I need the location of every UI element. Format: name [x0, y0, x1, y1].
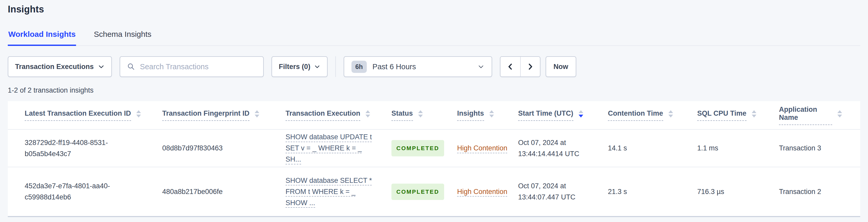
sort-icon: [255, 110, 259, 118]
chevron-down-icon: [98, 63, 104, 70]
toolbar-divider: [335, 56, 336, 77]
sort-icon-active-desc: [579, 110, 583, 118]
sort-icon: [136, 110, 141, 118]
column-header-latest-transaction-execution-id[interactable]: Latest Transaction Execution ID: [25, 109, 162, 121]
search-icon: [127, 63, 135, 71]
insights-table: Latest Transaction Execution ID Transact…: [8, 101, 860, 217]
column-header-start-time[interactable]: Start Time (UTC): [518, 109, 608, 121]
tab-workload-insights[interactable]: Workload Insights: [8, 30, 76, 46]
sort-icon: [366, 110, 370, 118]
cell-sql-cpu-time: 716.3 µs: [697, 186, 779, 197]
cell-application-name: Transaction 2: [779, 186, 850, 197]
cell-execution-id: 452da3e7-e7fa-4801-aa40-c59988d14eb6: [25, 181, 162, 203]
insight-type-link[interactable]: High Contention: [457, 186, 507, 197]
chevron-right-icon: [526, 63, 534, 70]
column-header-transaction-execution[interactable]: Transaction Execution: [285, 109, 392, 121]
cell-contention-time: 14.1 s: [608, 142, 697, 154]
column-header-sql-cpu-time[interactable]: SQL CPU Time: [697, 109, 779, 121]
search-input[interactable]: [140, 63, 256, 71]
page-title: Insights: [8, 4, 860, 15]
column-header-contention-time[interactable]: Contention Time: [608, 109, 697, 121]
transaction-execution-link[interactable]: SHOW database SELECT * FROM t WHERE k = …: [285, 175, 376, 209]
filters-button[interactable]: Filters (0): [272, 56, 328, 77]
sort-icon: [489, 110, 494, 118]
next-time-window-button[interactable]: [520, 57, 540, 76]
cell-execution-id: 328729d2-ff19-4408-8531-b05a5b4e43c7: [25, 137, 162, 159]
sort-icon: [669, 110, 673, 118]
chevron-down-icon: [314, 64, 320, 70]
insight-type-dropdown-label: Transaction Executions: [15, 63, 94, 71]
cell-fingerprint-id: 08d8b7d97f830463: [162, 142, 285, 154]
tab-bar: Workload Insights Schema Insights: [8, 30, 860, 46]
cell-contention-time: 21.3 s: [608, 186, 697, 197]
filters-button-label: Filters (0): [279, 63, 310, 71]
cell-start-time: Oct 07, 2024 at 13:44:07.447 UTC: [518, 181, 608, 203]
time-range-label: Past 6 Hours: [372, 63, 472, 71]
column-header-transaction-fingerprint-id[interactable]: Transaction Fingerprint ID: [162, 109, 285, 121]
cell-fingerprint-id: 480a8b217be006fe: [162, 186, 285, 197]
time-window-pager: [500, 56, 540, 77]
previous-time-window-button[interactable]: [500, 57, 520, 76]
now-button[interactable]: Now: [546, 56, 576, 77]
table-header-row: Latest Transaction Execution ID Transact…: [8, 101, 860, 130]
search-box: [120, 56, 264, 77]
time-range-shortcut-badge: 6h: [351, 61, 367, 73]
insight-type-dropdown[interactable]: Transaction Executions: [8, 56, 112, 77]
sort-icon: [418, 110, 423, 118]
cell-application-name: Transaction 3: [779, 142, 850, 154]
transaction-execution-link[interactable]: SHOW database UPDATE t SET v = _ WHERE k…: [285, 131, 376, 165]
now-button-label: Now: [553, 63, 568, 71]
toolbar: Transaction Executions Filters (0) 6h Pa…: [8, 56, 860, 77]
column-header-application-name[interactable]: Application Name: [779, 105, 850, 125]
cell-start-time: Oct 07, 2024 at 13:44:14.4414 UTC: [518, 137, 608, 159]
results-count: 1-2 of 2 transaction insights: [8, 86, 860, 95]
cell-sql-cpu-time: 1.1 ms: [697, 142, 779, 154]
chevron-down-icon: [477, 63, 484, 70]
status-badge: COMPLETED: [392, 184, 444, 200]
table-row: 328729d2-ff19-4408-8531-b05a5b4e43c7 08d…: [8, 130, 860, 167]
column-header-status[interactable]: Status: [392, 109, 457, 121]
chevron-left-icon: [506, 63, 514, 70]
time-range-selector[interactable]: 6h Past 6 Hours: [344, 56, 492, 77]
insights-page: Insights Workload Insights Schema Insigh…: [0, 0, 868, 217]
sort-icon: [752, 110, 756, 118]
tab-schema-insights[interactable]: Schema Insights: [93, 30, 152, 46]
table-row: 452da3e7-e7fa-4801-aa40-c59988d14eb6 480…: [8, 167, 860, 216]
sort-icon: [837, 110, 842, 118]
column-header-insights[interactable]: Insights: [457, 109, 518, 121]
status-badge: COMPLETED: [392, 140, 444, 156]
insight-type-link[interactable]: High Contention: [457, 142, 507, 154]
